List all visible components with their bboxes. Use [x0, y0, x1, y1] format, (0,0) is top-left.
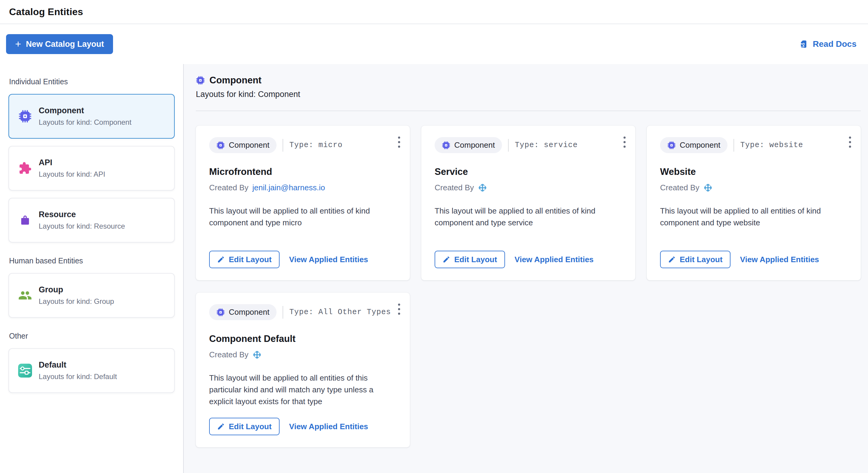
component-chip-icon: [216, 141, 225, 149]
component-chip-icon: [196, 76, 205, 85]
edit-layout-button[interactable]: Edit Layout: [435, 251, 505, 268]
api-puzzle-icon: [18, 161, 32, 175]
card-description: This layout will be applied to all entit…: [209, 205, 398, 229]
sidebar-item-title: Group: [39, 285, 114, 295]
created-by-row: Created By jenil.jain@harness.io: [209, 183, 398, 193]
new-catalog-layout-label: New Catalog Layout: [26, 40, 104, 49]
section-label-human-based-entities: Human based Entities: [9, 257, 175, 265]
kind-badge: Component: [435, 137, 502, 153]
new-catalog-layout-button[interactable]: + New Catalog Layout: [6, 34, 113, 54]
main-panel: Component Layouts for kind: Component: [184, 64, 868, 473]
sidebar-item-title: Resource: [39, 210, 125, 219]
divider: [734, 139, 734, 151]
created-by-label: Created By: [660, 183, 700, 193]
main-heading-row: Component: [196, 75, 861, 86]
kind-badge: Component: [660, 137, 727, 153]
card-title: Microfrontend: [209, 166, 398, 177]
sidebar-item-group[interactable]: Group Layouts for kind: Group: [8, 273, 175, 318]
type-text: Type: micro: [289, 141, 342, 149]
component-chip-icon: [442, 141, 450, 149]
sidebar-item-subtitle: Layouts for kind: API: [39, 170, 105, 178]
card-title: Website: [660, 166, 849, 177]
pencil-icon: [442, 256, 450, 263]
view-applied-entities-link[interactable]: View Applied Entities: [289, 255, 368, 264]
sidebar: Individual Entities Component Layouts fo…: [0, 64, 184, 473]
section-label-other: Other: [9, 332, 175, 340]
kind-badge-label: Component: [454, 140, 495, 150]
component-chip-icon: [18, 109, 32, 123]
created-by-row: Created By: [435, 183, 623, 193]
plus-icon: +: [15, 39, 21, 49]
sidebar-item-default[interactable]: Default Layouts for kind: Default: [8, 348, 175, 393]
doc-arrow-icon: [799, 39, 808, 49]
layout-card-website: Component Type: website Website Created …: [647, 126, 861, 280]
kind-badge: Component: [209, 304, 277, 320]
card-menu-kebab-icon[interactable]: [395, 300, 404, 318]
kind-badge-label: Component: [229, 307, 269, 317]
view-applied-entities-link[interactable]: View Applied Entities: [289, 422, 368, 431]
created-by-label: Created By: [435, 183, 474, 193]
created-by-user-link[interactable]: jenil.jain@harness.io: [252, 183, 325, 193]
sidebar-item-title: Component: [39, 106, 131, 115]
component-chip-icon: [216, 308, 225, 316]
type-text: Type: All Other Types: [289, 308, 391, 316]
layout-card-grid: Component Type: micro Microfrontend Crea…: [196, 126, 861, 447]
created-by-row: Created By: [660, 183, 849, 193]
content: Individual Entities Component Layouts fo…: [0, 64, 868, 473]
card-description: This layout will be applied to all entit…: [209, 372, 398, 407]
divider: [508, 139, 509, 151]
harness-logo-icon: [703, 183, 713, 193]
sidebar-item-api[interactable]: API Layouts for kind: API: [8, 146, 175, 191]
edit-layout-button[interactable]: Edit Layout: [660, 251, 731, 268]
created-by-label: Created By: [209, 350, 248, 360]
card-title: Service: [435, 166, 623, 177]
sidebar-item-subtitle: Layouts for kind: Component: [39, 118, 131, 127]
main-subheading: Layouts for kind: Component: [196, 90, 861, 99]
divider: [283, 139, 283, 151]
edit-layout-label: Edit Layout: [454, 255, 497, 264]
edit-layout-label: Edit Layout: [680, 255, 723, 264]
sidebar-item-subtitle: Layouts for kind: Group: [39, 297, 114, 306]
layout-card-service: Component Type: service Service Created …: [421, 126, 635, 280]
card-description: This layout will be applied to all entit…: [660, 205, 849, 229]
created-by-row: Created By: [209, 350, 398, 360]
layout-card-microfrontend: Component Type: micro Microfrontend Crea…: [196, 126, 410, 280]
sidebar-item-resource[interactable]: Resource Layouts for kind: Resource: [8, 198, 175, 242]
card-menu-kebab-icon[interactable]: [620, 133, 629, 151]
edit-layout-label: Edit Layout: [229, 255, 272, 264]
edit-layout-button[interactable]: Edit Layout: [209, 418, 280, 435]
edit-layout-button[interactable]: Edit Layout: [209, 251, 280, 268]
component-chip-icon: [667, 141, 676, 149]
sidebar-item-component[interactable]: Component Layouts for kind: Component: [8, 94, 175, 139]
view-applied-entities-link[interactable]: View Applied Entities: [515, 255, 594, 264]
view-applied-entities-link[interactable]: View Applied Entities: [740, 255, 819, 264]
harness-logo-icon: [478, 183, 487, 193]
default-sliders-icon: [18, 364, 32, 377]
divider: [283, 306, 283, 319]
layout-card-component-default: Component Type: All Other Types Componen…: [196, 293, 410, 447]
harness-logo-icon: [252, 350, 262, 360]
edit-layout-label: Edit Layout: [229, 422, 272, 431]
sidebar-item-subtitle: Layouts for kind: Resource: [39, 222, 125, 231]
divider: [196, 110, 861, 111]
created-by-label: Created By: [209, 183, 248, 193]
sidebar-item-title: API: [39, 158, 105, 167]
card-menu-kebab-icon[interactable]: [395, 133, 404, 151]
card-description: This layout will be applied to all entit…: [435, 205, 623, 229]
page-title: Catalog Entities: [9, 6, 83, 18]
card-title: Component Default: [209, 333, 398, 344]
section-label-individual-entities: Individual Entities: [9, 77, 175, 86]
toolbar: + New Catalog Layout Read Docs: [0, 24, 868, 64]
read-docs-label: Read Docs: [813, 39, 857, 49]
sidebar-item-title: Default: [39, 360, 117, 370]
read-docs-link[interactable]: Read Docs: [799, 39, 857, 49]
pencil-icon: [217, 256, 225, 263]
page-header: Catalog Entities: [0, 0, 868, 24]
kind-badge: Component: [209, 137, 277, 153]
main-heading: Component: [210, 75, 261, 86]
pencil-icon: [217, 423, 225, 430]
sidebar-item-subtitle: Layouts for kind: Default: [39, 372, 117, 381]
kind-badge-label: Component: [229, 140, 269, 150]
card-menu-kebab-icon[interactable]: [845, 133, 855, 151]
pencil-icon: [668, 256, 676, 263]
